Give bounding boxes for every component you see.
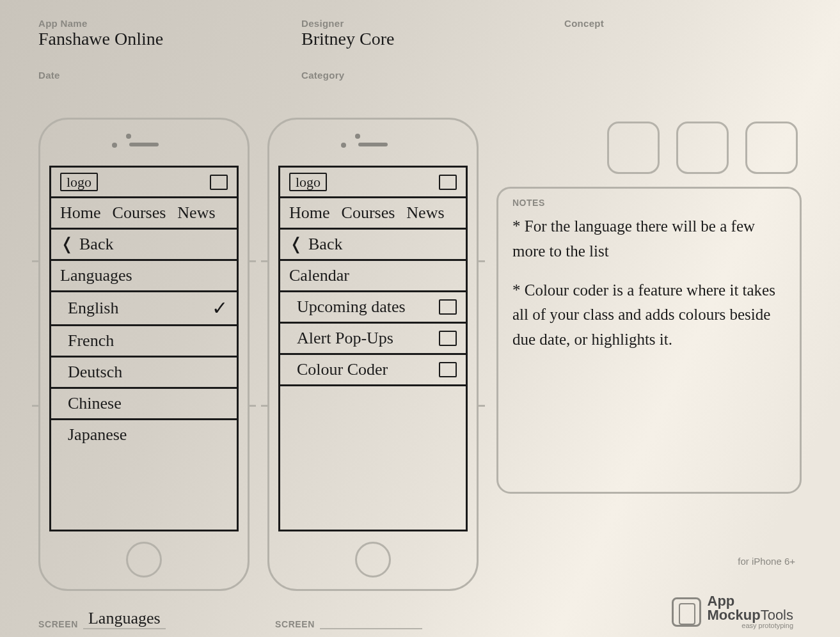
option-upcoming-dates[interactable]: Upcoming dates xyxy=(280,292,466,324)
side-tick-icon xyxy=(479,405,485,407)
label-designer: Designer xyxy=(301,18,539,29)
header-bar: logo xyxy=(51,168,237,198)
footer: SCREEN Languages SCREEN App MockupTools … xyxy=(38,594,806,629)
tab-courses[interactable]: Courses xyxy=(113,203,166,223)
language-label: Chinese xyxy=(68,394,122,413)
brand-icon xyxy=(672,597,701,627)
logo-placeholder[interactable]: logo xyxy=(60,173,98,191)
app-icon-placeholder[interactable] xyxy=(745,122,798,174)
language-item-deutsch[interactable]: Deutsch xyxy=(51,358,237,389)
back-label: Back xyxy=(308,235,342,254)
checkbox-icon[interactable] xyxy=(439,331,457,346)
side-tick-icon xyxy=(479,260,485,262)
section-title: Calendar xyxy=(280,261,466,292)
value-date[interactable] xyxy=(38,82,276,104)
language-item-chinese[interactable]: Chinese xyxy=(51,389,237,420)
language-item-japanese[interactable]: Japanese xyxy=(51,420,237,450)
nav-tabs: Home Courses News xyxy=(51,198,237,230)
screen-label: SCREEN xyxy=(275,619,315,629)
for-iphone-label: for iPhone 6+ xyxy=(738,556,795,567)
chevron-left-icon: ❬ xyxy=(60,235,74,254)
section-title: Languages xyxy=(51,261,237,292)
option-colour-coder[interactable]: Colour Coder xyxy=(280,355,466,386)
sensor-dot-icon xyxy=(355,134,360,139)
note-item: * Colour coder is a feature where it tak… xyxy=(512,278,786,352)
brand-logo: App MockupTools easy prototyping xyxy=(672,594,793,629)
value-concept[interactable] xyxy=(564,30,802,52)
phone-mockup-2: logo Home Courses News ❬ Back Calendar U… xyxy=(267,118,479,591)
worksheet: App Name Fanshawe Online Designer Britne… xyxy=(0,0,840,637)
chevron-left-icon: ❬ xyxy=(289,235,303,254)
value-designer[interactable]: Britney Core xyxy=(301,30,539,52)
home-button[interactable] xyxy=(126,542,162,578)
brand-line2: MockupTools xyxy=(708,608,793,622)
label-concept: Concept xyxy=(564,18,802,29)
brand-tagline: easy prototyping xyxy=(708,622,793,629)
check-icon: ✓ xyxy=(212,297,228,320)
screen-name-1[interactable]: Languages xyxy=(83,609,166,629)
value-category[interactable] xyxy=(301,82,539,104)
language-label: Deutsch xyxy=(68,363,122,382)
sensor-dot-icon xyxy=(126,134,131,139)
header-row-1: App Name Fanshawe Online Designer Britne… xyxy=(38,18,802,52)
phone1-screen: logo Home Courses News ❬ Back Languages … xyxy=(49,166,239,531)
camera-dot-icon xyxy=(341,143,346,148)
option-label: Upcoming dates xyxy=(297,297,406,317)
brand-line1: App xyxy=(708,594,793,608)
notes-heading: NOTES xyxy=(512,198,786,208)
phone2-screen: logo Home Courses News ❬ Back Calendar U… xyxy=(278,166,468,531)
phone-mockup-1: logo Home Courses News ❬ Back Languages … xyxy=(38,118,250,591)
option-label: Alert Pop-Ups xyxy=(297,329,393,348)
label-category: Category xyxy=(301,70,539,81)
side-tick-icon xyxy=(261,260,267,262)
speaker-icon xyxy=(129,143,159,146)
checkbox-icon[interactable] xyxy=(439,362,457,377)
logo-placeholder[interactable]: logo xyxy=(289,173,327,191)
language-label: French xyxy=(68,331,114,350)
home-button[interactable] xyxy=(355,542,391,578)
menu-icon[interactable] xyxy=(439,175,457,190)
camera-dot-icon xyxy=(112,143,117,148)
tab-news[interactable]: News xyxy=(406,203,444,223)
value-app-name[interactable]: Fanshawe Online xyxy=(38,30,276,52)
menu-icon[interactable] xyxy=(210,175,228,190)
language-label: Japanese xyxy=(68,425,127,444)
tab-courses[interactable]: Courses xyxy=(342,203,395,223)
header-bar: logo xyxy=(280,168,466,198)
app-icon-placeholder[interactable] xyxy=(607,122,660,174)
side-tick-icon xyxy=(250,260,256,262)
side-tick-icon xyxy=(32,405,38,407)
back-button[interactable]: ❬ Back xyxy=(51,230,237,261)
tab-home[interactable]: Home xyxy=(289,203,330,223)
screen-name-2[interactable] xyxy=(320,628,422,629)
speaker-icon xyxy=(358,143,388,146)
option-label: Colour Coder xyxy=(297,360,388,379)
side-tick-icon xyxy=(250,405,256,407)
side-tick-icon xyxy=(32,260,38,262)
title-text: Calendar xyxy=(289,266,349,285)
side-tick-icon xyxy=(261,405,267,407)
tab-news[interactable]: News xyxy=(177,203,215,223)
notes-panel: NOTES * For the language there will be a… xyxy=(496,187,802,494)
app-icon-placeholder[interactable] xyxy=(676,122,729,174)
note-item: * For the language there will be a few m… xyxy=(512,214,786,264)
label-app-name: App Name xyxy=(38,18,276,29)
app-icon-row xyxy=(496,122,798,174)
header-row-2: Date Category xyxy=(38,70,802,104)
language-label: English xyxy=(68,299,118,318)
title-text: Languages xyxy=(60,266,132,285)
language-item-english[interactable]: English ✓ xyxy=(51,292,237,327)
option-alert-popups[interactable]: Alert Pop-Ups xyxy=(280,324,466,355)
language-item-french[interactable]: French xyxy=(51,326,237,358)
nav-tabs: Home Courses News xyxy=(280,198,466,230)
label-date: Date xyxy=(38,70,276,81)
back-label: Back xyxy=(79,235,113,254)
back-button[interactable]: ❬ Back xyxy=(280,230,466,261)
right-column: NOTES * For the language there will be a… xyxy=(496,118,802,494)
tab-home[interactable]: Home xyxy=(60,203,101,223)
screen-label: SCREEN xyxy=(38,619,78,629)
main-area: logo Home Courses News ❬ Back Languages … xyxy=(38,118,802,591)
checkbox-icon[interactable] xyxy=(439,299,457,315)
